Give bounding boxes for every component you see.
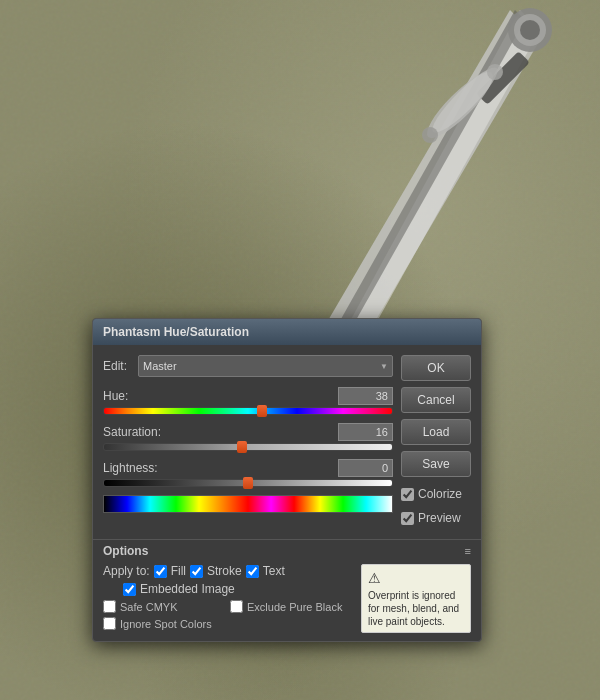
exclude-pure-black-row: Exclude Pure Black [230,600,351,613]
warning-text: Overprint is ignored for mesh, blend, an… [368,590,459,627]
rainbow-bar [103,495,393,513]
save-button[interactable]: Save [401,451,471,477]
saturation-slider-thumb[interactable] [237,441,247,453]
hue-label: Hue: [103,389,128,403]
dialog-titlebar: Phantasm Hue/Saturation [93,319,481,345]
dialog-title: Phantasm Hue/Saturation [103,325,249,339]
lightness-slider-thumb[interactable] [243,477,253,489]
dialog-body: Edit: Master Reds Yellows Greens Cyans B… [93,345,481,535]
text-label[interactable]: Text [263,564,285,578]
apply-to-row: Apply to: Fill Stroke Text [103,564,351,578]
hue-slider-track [103,407,393,415]
ignore-spot-colors-label[interactable]: Ignore Spot Colors [120,618,212,630]
options-left: Apply to: Fill Stroke Text [103,564,351,633]
lightness-row: Lightness: [103,459,393,487]
stroke-checkbox[interactable] [190,565,203,578]
dialog: Phantasm Hue/Saturation Edit: Master Red… [92,318,482,642]
options-section: Options ≡ Apply to: Fill Stroke [93,539,481,641]
options-title: Options [103,544,148,558]
lightness-label: Lightness: [103,461,158,475]
embedded-image-row: Embedded Image [103,582,351,596]
preview-row: Preview [401,511,471,525]
dialog-right-panel: OK Cancel Load Save Colorize Preview [401,355,471,525]
warning-box: ⚠ Overprint is ignored for mesh, blend, … [361,564,471,633]
apply-to-label: Apply to: [103,564,150,578]
options-body: Apply to: Fill Stroke Text [93,560,481,641]
safe-cmyk-checkbox[interactable] [103,600,116,613]
warning-icon: ⚠ [368,569,464,587]
ignore-spot-colors-checkbox[interactable] [103,617,116,630]
lightness-value-input[interactable] [338,459,393,477]
options-grid: Safe CMYK Exclude Pure Black [103,600,351,613]
text-checkbox[interactable] [246,565,259,578]
ok-button[interactable]: OK [401,355,471,381]
cancel-button[interactable]: Cancel [401,387,471,413]
exclude-pure-black-label[interactable]: Exclude Pure Black [247,601,342,613]
colorize-checkbox[interactable] [401,488,414,501]
preview-label[interactable]: Preview [418,511,461,525]
preview-checkbox[interactable] [401,512,414,525]
saturation-row: Saturation: [103,423,393,451]
colorize-row: Colorize [401,487,471,501]
safe-cmyk-row: Safe CMYK [103,600,224,613]
embedded-image-checkbox[interactable] [123,583,136,596]
lightness-slider-track [103,479,393,487]
edit-select-container[interactable]: Master Reds Yellows Greens Cyans Blues M… [138,355,393,377]
options-menu-icon[interactable]: ≡ [465,545,471,557]
hue-slider-thumb[interactable] [257,405,267,417]
embedded-image-label[interactable]: Embedded Image [140,582,235,596]
colorize-label[interactable]: Colorize [418,487,462,501]
safe-cmyk-label[interactable]: Safe CMYK [120,601,177,613]
dialog-left-panel: Edit: Master Reds Yellows Greens Cyans B… [103,355,393,525]
hue-value-input[interactable] [338,387,393,405]
exclude-pure-black-checkbox[interactable] [230,600,243,613]
saturation-value-input[interactable] [338,423,393,441]
options-header: Options ≡ [93,540,481,560]
stroke-label[interactable]: Stroke [207,564,242,578]
ignore-spot-colors-row: Ignore Spot Colors [103,617,351,630]
edit-select[interactable]: Master Reds Yellows Greens Cyans Blues M… [138,355,393,377]
hue-row: Hue: [103,387,393,415]
edit-label: Edit: [103,359,138,373]
edit-row: Edit: Master Reds Yellows Greens Cyans B… [103,355,393,377]
fill-label[interactable]: Fill [171,564,186,578]
load-button[interactable]: Load [401,419,471,445]
saturation-slider-track [103,443,393,451]
fill-checkbox[interactable] [154,565,167,578]
saturation-label: Saturation: [103,425,161,439]
